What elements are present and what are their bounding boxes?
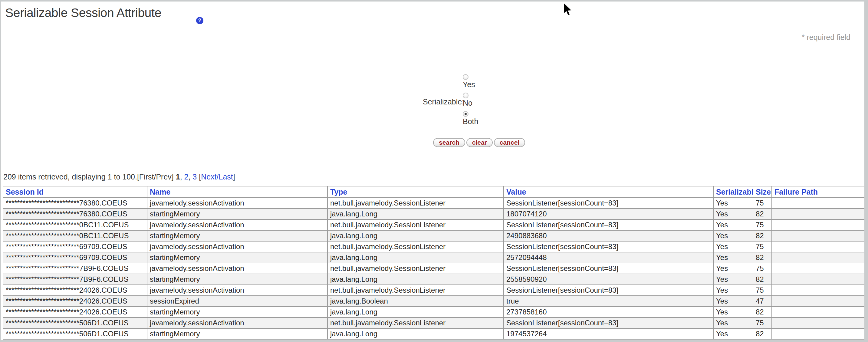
cell: **************************69709.COEUS <box>3 252 147 263</box>
cell <box>772 263 865 274</box>
cell: Yes <box>713 296 753 307</box>
cell: net.bull.javamelody.SessionListener <box>328 285 504 296</box>
current-page: 1 <box>176 173 180 181</box>
cell: net.bull.javamelody.SessionListener <box>328 198 504 209</box>
pagination-bar: 209 items retrieved, displaying 1 to 100… <box>3 173 235 181</box>
table-row: **************************76380.COEUSjav… <box>3 198 865 209</box>
cell: javamelody.sessionActivation <box>147 263 328 274</box>
table-row: **************************7B9F6.COEUSjav… <box>3 263 865 274</box>
cell: Yes <box>713 285 753 296</box>
cell: java.lang.Long <box>328 329 504 339</box>
radio-yes[interactable] <box>463 74 468 80</box>
cell: 82 <box>753 307 772 317</box>
cell: Yes <box>713 329 753 339</box>
help-icon[interactable]: ? <box>196 17 204 24</box>
table-row: **************************0BC11.COEUSsta… <box>3 230 865 241</box>
cell: **************************0BC11.COEUS <box>3 219 147 230</box>
mouse-cursor-icon <box>563 2 573 17</box>
cell: Yes <box>713 241 753 252</box>
page-2-link[interactable]: 2 <box>184 173 189 181</box>
column-header-type[interactable]: Type <box>328 186 504 198</box>
last-page-link[interactable]: Last <box>219 173 233 181</box>
header-row: Session IdNameTypeValueSerializableSizeF… <box>3 186 865 198</box>
radio-no[interactable] <box>463 93 468 98</box>
cell: SessionListener[sessionCount=83] <box>504 219 713 230</box>
table-row: **************************506D1.COEUSjav… <box>3 317 865 329</box>
cell: java.lang.Long <box>328 230 504 241</box>
column-header-failure-path[interactable]: Failure Path <box>772 186 865 198</box>
cell: startingMemory <box>147 209 328 219</box>
cell: javamelody.sessionActivation <box>147 198 328 209</box>
cell <box>772 285 865 296</box>
column-header-size[interactable]: Size <box>753 186 772 198</box>
cell: SessionListener[sessionCount=83] <box>504 285 713 296</box>
column-header-serializable[interactable]: Serializable <box>713 186 753 198</box>
cell: sessionExpired <box>147 296 328 307</box>
clear-button[interactable]: clear <box>466 138 493 147</box>
table-row: **************************24026.COEUSsta… <box>3 307 865 317</box>
cell: Yes <box>713 230 753 241</box>
cell: javamelody.sessionActivation <box>147 285 328 296</box>
next-page-link[interactable]: Next <box>201 173 216 181</box>
cell: 75 <box>753 285 772 296</box>
cell: 47 <box>753 296 772 307</box>
radio-option: Both <box>463 111 478 126</box>
table-row: **************************0BC11.COEUSjav… <box>3 219 865 230</box>
cell <box>772 274 865 285</box>
cell: **************************7B9F6.COEUS <box>3 263 147 274</box>
cell: 75 <box>753 317 772 329</box>
cell: javamelody.sessionActivation <box>147 317 328 329</box>
serializable-radio-group: Yes No Both <box>463 74 478 129</box>
radio-both[interactable] <box>463 111 468 117</box>
cell: 75 <box>753 241 772 252</box>
cell: **************************0BC11.COEUS <box>3 230 147 241</box>
radio-label: No <box>463 99 478 107</box>
cell: 2737858160 <box>504 307 713 317</box>
search-button[interactable]: search <box>433 138 465 147</box>
table-row: **************************76380.COEUSsta… <box>3 209 865 219</box>
separator: , <box>180 173 184 181</box>
column-header-session-id[interactable]: Session Id <box>3 186 147 198</box>
table-row: **************************69709.COEUSsta… <box>3 252 865 263</box>
cell: Yes <box>713 198 753 209</box>
radio-option: Yes <box>463 74 478 89</box>
lookup-page: Serializable Session Attribute ? * requi… <box>0 0 868 342</box>
results-tbody: **************************76380.COEUSjav… <box>3 198 865 339</box>
table-row: **************************69709.COEUSjav… <box>3 241 865 252</box>
results-table: Session IdNameTypeValueSerializableSizeF… <box>3 186 865 340</box>
slash-link: / <box>217 173 219 181</box>
required-field-note: * required field <box>802 33 850 42</box>
cell: startingMemory <box>147 329 328 339</box>
cell: SessionListener[sessionCount=83] <box>504 198 713 209</box>
cell <box>772 209 865 219</box>
cell <box>772 252 865 263</box>
cell: Yes <box>713 252 753 263</box>
cell: 2572094448 <box>504 252 713 263</box>
cell: **************************76380.COEUS <box>3 209 147 219</box>
table-row: **************************24026.COEUSses… <box>3 296 865 307</box>
cell: Yes <box>713 307 753 317</box>
table-row: **************************24026.COEUSjav… <box>3 285 865 296</box>
cell: java.lang.Long <box>328 209 504 219</box>
cell: 75 <box>753 219 772 230</box>
cell: java.lang.Long <box>328 274 504 285</box>
cell <box>772 307 865 317</box>
cell: 82 <box>753 230 772 241</box>
cancel-button[interactable]: cancel <box>494 138 525 147</box>
cell: 75 <box>753 198 772 209</box>
cell: javamelody.sessionActivation <box>147 219 328 230</box>
cell: 1807074120 <box>504 209 713 219</box>
cell: javamelody.sessionActivation <box>147 241 328 252</box>
serializable-field-label: Serializable: <box>423 97 464 106</box>
cell: SessionListener[sessionCount=83] <box>504 317 713 329</box>
cell: Yes <box>713 317 753 329</box>
cell: java.lang.Long <box>328 307 504 317</box>
column-header-name[interactable]: Name <box>147 186 328 198</box>
column-header-value[interactable]: Value <box>504 186 713 198</box>
page-title: Serializable Session Attribute <box>5 6 161 20</box>
cell: 75 <box>753 263 772 274</box>
cell: net.bull.javamelody.SessionListener <box>328 317 504 329</box>
page-3-link[interactable]: 3 <box>192 173 197 181</box>
separator: , <box>188 173 192 181</box>
bracket: ] <box>233 173 235 181</box>
